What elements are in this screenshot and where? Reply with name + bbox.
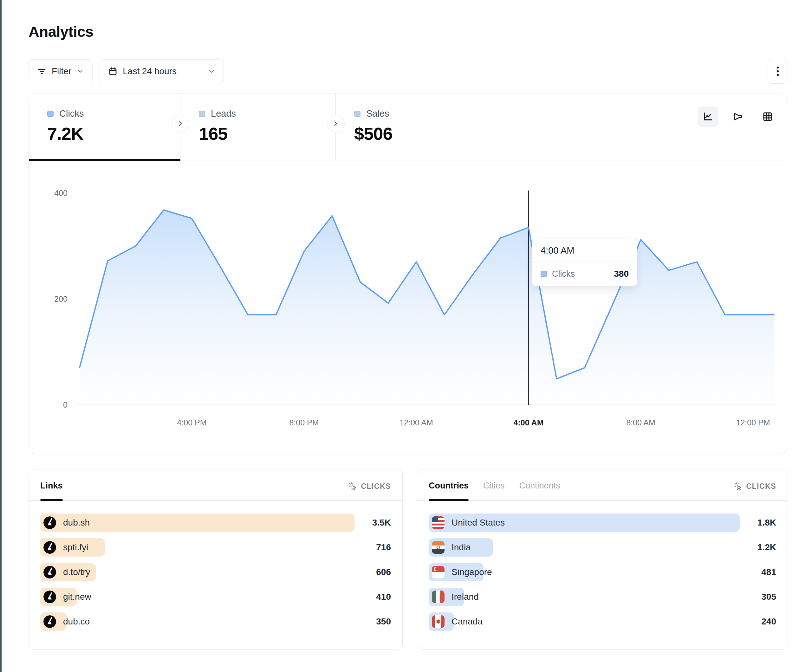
metric-label: CLICKS [746, 482, 776, 491]
link-row[interactable]: dub.co350 [40, 612, 391, 631]
toolbar-filters: Filter Last 24 hours [29, 59, 224, 84]
country-row[interactable]: Ireland305 [429, 588, 776, 606]
links-panel: Links CLICKS dub.sh3.5Kspti.fyi716d.to/t… [29, 469, 403, 650]
row-label: Ireland [452, 592, 479, 602]
table-view-toggle[interactable] [757, 106, 778, 127]
in-flag-icon [432, 541, 445, 554]
stats-row: Clicks 7.2K Leads 165 Sales $506 [29, 94, 786, 160]
tooltip-value: 380 [614, 269, 629, 279]
tooltip-legend-swatch [541, 271, 547, 277]
row-value: 240 [740, 617, 776, 627]
bar-track: Canada [429, 612, 740, 631]
tab-links[interactable]: Links [40, 481, 63, 500]
row-label: spti.fyi [63, 542, 88, 553]
us-flag-icon [432, 516, 445, 529]
funnel-icon [732, 111, 743, 122]
date-range-button[interactable]: Last 24 hours [99, 59, 224, 84]
geo-metric-header[interactable]: CLICKS [734, 481, 776, 491]
clicks-area-chart[interactable]: 02004004:00 PM8:00 PM12:00 AM4:00 AM8:00… [29, 160, 786, 454]
y-axis-tick-label: 0 [63, 400, 68, 409]
row-value: 1.8K [740, 518, 776, 528]
toolbar: Filter Last 24 hours [29, 59, 788, 84]
x-axis-tick-label: 4:00 AM [513, 418, 544, 427]
stat-value: 165 [199, 123, 336, 144]
filter-button-label: Filter [52, 66, 71, 77]
tooltip-series-label: Clicks [552, 269, 575, 279]
kebab-menu-icon [774, 66, 782, 77]
chevron-right-icon [177, 120, 184, 128]
stat-tab-leads[interactable]: Leads 165 [181, 94, 336, 160]
row-value: 481 [740, 567, 776, 577]
line-chart-toggle[interactable] [698, 106, 718, 127]
tab-countries[interactable]: Countries [429, 481, 469, 500]
country-row[interactable]: India1.2K [429, 538, 776, 557]
stat-value: 7.2K [47, 123, 180, 144]
calendar-icon [108, 67, 118, 76]
x-axis-tick-label: 8:00 PM [289, 418, 319, 427]
stat-label: Sales [366, 108, 389, 119]
chart-type-toggles [698, 106, 778, 127]
expand-clicks-button[interactable] [172, 115, 189, 133]
filter-icon [37, 67, 47, 76]
date-range-label: Last 24 hours [123, 66, 177, 77]
dub-logo-icon [43, 566, 56, 578]
analytics-card: Clicks 7.2K Leads 165 Sales $506 [29, 94, 787, 454]
link-row[interactable]: git.new410 [40, 588, 391, 606]
cursor-click-icon [734, 482, 742, 491]
chevron-down-icon [77, 68, 84, 75]
stat-label: Leads [211, 108, 236, 119]
link-row[interactable]: spti.fyi716 [40, 538, 391, 557]
row-label: Singapore [452, 567, 492, 577]
dub-logo-icon [43, 615, 56, 628]
country-row[interactable]: Singapore481 [429, 563, 776, 582]
row-label: United States [452, 518, 505, 528]
row-label: d.to/try [63, 567, 90, 577]
bar-track: dub.co [40, 612, 355, 631]
funnel-chart-toggle[interactable] [728, 106, 748, 127]
active-stat-underline [29, 159, 181, 161]
stat-label: Clicks [59, 108, 84, 119]
bar-track: dub.sh [40, 513, 355, 532]
chart-canvas[interactable]: 02004004:00 PM8:00 PM12:00 AM4:00 AM8:00… [29, 160, 786, 454]
tab-cities[interactable]: Cities [483, 481, 505, 500]
row-label: dub.co [63, 617, 90, 627]
ca-flag-icon [432, 615, 445, 628]
chart-tooltip: 4:00 AM Clicks 380 [532, 239, 637, 286]
x-axis-tick-label: 4:00 PM [177, 418, 206, 427]
clicks-area-fill [80, 210, 774, 405]
row-value: 410 [355, 592, 391, 602]
filter-button[interactable]: Filter [29, 59, 92, 84]
analytics-page: Analytics Filter Last 24 hours [29, 0, 788, 672]
dub-logo-icon [43, 516, 56, 529]
tab-continents[interactable]: Continents [519, 481, 560, 500]
clicks-legend-swatch [47, 111, 54, 117]
stat-tab-clicks[interactable]: Clicks 7.2K [29, 94, 181, 160]
links-metric-header[interactable]: CLICKS [348, 481, 391, 491]
row-value: 305 [740, 592, 776, 602]
x-axis-tick-label: 8:00 AM [626, 418, 655, 427]
expand-leads-button[interactable] [327, 115, 345, 133]
chevron-right-icon [332, 120, 339, 128]
row-value: 606 [355, 567, 391, 577]
country-row[interactable]: Canada240 [429, 612, 776, 631]
bar-track: India [429, 538, 740, 557]
sales-legend-swatch [354, 111, 360, 117]
bar-track: United States [429, 513, 740, 532]
cursor-click-icon [348, 482, 357, 491]
page-title: Analytics [29, 23, 93, 40]
metric-label: CLICKS [361, 482, 391, 491]
row-value: 716 [355, 542, 391, 553]
more-options-button[interactable] [768, 59, 788, 84]
link-row[interactable]: d.to/try606 [40, 563, 391, 582]
country-row[interactable]: United States1.8K [429, 513, 776, 532]
links-list: dub.sh3.5Kspti.fyi716d.to/try606git.new4… [29, 501, 403, 631]
stat-tab-sales[interactable]: Sales $506 [336, 94, 494, 160]
row-value: 350 [355, 617, 391, 627]
bar-track: Ireland [429, 588, 740, 606]
dub-logo-icon [43, 541, 56, 554]
link-row[interactable]: dub.sh3.5K [40, 513, 391, 532]
geo-panel: Countries Cities Continents CLICKS Unite… [417, 469, 788, 650]
stat-value: $506 [354, 123, 494, 144]
tooltip-time: 4:00 AM [532, 239, 637, 262]
chevron-down-icon [208, 68, 215, 75]
